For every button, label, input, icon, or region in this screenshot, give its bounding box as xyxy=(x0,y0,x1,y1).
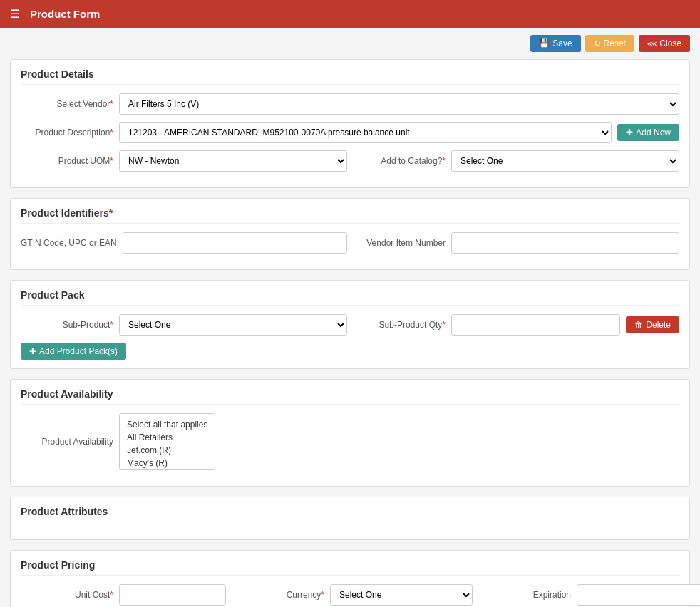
action-bar: 💾 Save ↻ Reset «« Close xyxy=(10,35,690,52)
trash-icon: 🗑 xyxy=(634,320,643,330)
unit-cost-input[interactable] xyxy=(119,584,226,606)
vendor-row: Select Vendor* Air Filters 5 Inc (V) xyxy=(21,93,679,115)
vendor-select[interactable]: Air Filters 5 Inc (V) xyxy=(119,93,679,115)
description-label: Product Description* xyxy=(21,128,113,138)
catalog-label: Add to Catalog?* xyxy=(353,156,446,166)
product-pack-title: Product Pack xyxy=(21,289,679,306)
expiration-label: Expiration xyxy=(478,590,571,600)
product-attributes-section: Product Attributes xyxy=(10,497,690,540)
pack-delete-button[interactable]: 🗑 Delete xyxy=(626,316,679,333)
list-item: All Retailers xyxy=(124,431,210,444)
vendor-item-label: Vendor Item Number xyxy=(353,238,446,248)
availability-group: Product Availability Select all that app… xyxy=(21,413,679,470)
vendor-label: Select Vendor* xyxy=(21,99,113,109)
product-details-section: Product Details Select Vendor* Air Filte… xyxy=(10,59,690,188)
plus-pack-icon: ✚ xyxy=(29,346,36,356)
uom-catalog-row: Product UOM* NW - Newton Add to Catalog?… xyxy=(21,150,679,172)
gtin-label: GTIN Code, UPC or EAN xyxy=(21,238,117,248)
sub-product-group: Sub-Product* Select One xyxy=(21,314,347,336)
uom-select[interactable]: NW - Newton xyxy=(119,150,347,172)
sub-product-qty-label: Sub-Product Qty* xyxy=(353,320,446,330)
vendor-group: Select Vendor* Air Filters 5 Inc (V) xyxy=(21,93,679,115)
list-item: Macy's (R) xyxy=(124,457,210,469)
expiration-group: Expiration 2017-03-07 xyxy=(478,584,700,606)
close-button-top[interactable]: «« Close xyxy=(639,35,690,52)
description-group: Product Description* 121203 - AMERICAN S… xyxy=(21,122,679,143)
add-pack-button[interactable]: ✚ Add Product Pack(s) xyxy=(21,343,126,360)
availability-row: Product Availability Select all that app… xyxy=(21,413,679,470)
gtin-group: GTIN Code, UPC or EAN xyxy=(21,232,347,254)
product-availability-section: Product Availability Product Availabilit… xyxy=(10,379,690,487)
vendor-item-input[interactable] xyxy=(451,232,679,254)
currency-select[interactable]: Select One xyxy=(330,584,473,606)
availability-label: Product Availability xyxy=(21,437,113,447)
product-identifiers-section: Product Identifiers* GTIN Code, UPC or E… xyxy=(10,198,690,270)
identifiers-row: GTIN Code, UPC or EAN Vendor Item Number xyxy=(21,232,679,254)
save-icon-top: 💾 xyxy=(539,38,550,48)
sub-product-label: Sub-Product* xyxy=(21,320,113,330)
main-content: 💾 Save ↻ Reset «« Close Product Details … xyxy=(0,28,700,607)
plus-icon: ✚ xyxy=(626,128,633,138)
description-row: Product Description* 121203 - AMERICAN S… xyxy=(21,122,679,143)
top-bar: ☰ Product Form xyxy=(0,0,700,28)
uom-label: Product UOM* xyxy=(21,156,113,166)
unit-cost-group: Unit Cost* xyxy=(21,584,226,606)
add-pack-wrapper: ✚ Add Product Pack(s) xyxy=(21,343,679,360)
app-title: Product Form xyxy=(30,8,690,20)
vendor-item-group: Vendor Item Number xyxy=(353,232,679,254)
catalog-group: Add to Catalog?* Select One xyxy=(353,150,679,172)
description-select[interactable]: 121203 - AMERICAN STANDARD; M952100-0070… xyxy=(119,122,612,143)
currency-label: Currency* xyxy=(232,590,324,600)
catalog-select[interactable]: Select One xyxy=(451,150,679,172)
expiration-input[interactable]: 2017-03-07 xyxy=(577,584,700,606)
product-pricing-section: Product Pricing Unit Cost* Currency* Sel… xyxy=(10,550,690,607)
availability-list[interactable]: Select all that applies All Retailers Je… xyxy=(119,413,215,470)
product-availability-title: Product Availability xyxy=(21,388,679,405)
pricing-row: Unit Cost* Currency* Select One Expirati… xyxy=(21,584,679,606)
sub-product-select[interactable]: Select One xyxy=(119,314,347,336)
product-identifiers-title: Product Identifiers* xyxy=(21,207,679,224)
unit-cost-label: Unit Cost* xyxy=(21,590,113,600)
sub-product-qty-group: Sub-Product Qty* 🗑 Delete xyxy=(353,314,679,336)
list-item: Select all that applies xyxy=(124,418,210,431)
menu-icon[interactable]: ☰ xyxy=(10,7,20,21)
currency-group: Currency* Select One xyxy=(232,584,473,606)
product-attributes-title: Product Attributes xyxy=(21,506,679,522)
pack-row: Sub-Product* Select One Sub-Product Qty*… xyxy=(21,314,679,336)
add-new-button[interactable]: ✚ Add New xyxy=(617,124,679,141)
reset-icon-top: ↻ xyxy=(594,38,601,48)
reset-button-top[interactable]: ↻ Reset xyxy=(585,35,634,52)
uom-group: Product UOM* NW - Newton xyxy=(21,150,347,172)
product-details-title: Product Details xyxy=(21,68,679,85)
save-button-top[interactable]: 💾 Save xyxy=(530,35,580,52)
list-item: Jet.com (R) xyxy=(124,444,210,457)
product-pack-section: Product Pack Sub-Product* Select One Sub… xyxy=(10,280,690,369)
gtin-input[interactable] xyxy=(123,232,347,254)
close-icon-top: «« xyxy=(647,38,657,48)
sub-product-qty-input[interactable] xyxy=(451,314,620,336)
product-pricing-title: Product Pricing xyxy=(21,559,679,576)
